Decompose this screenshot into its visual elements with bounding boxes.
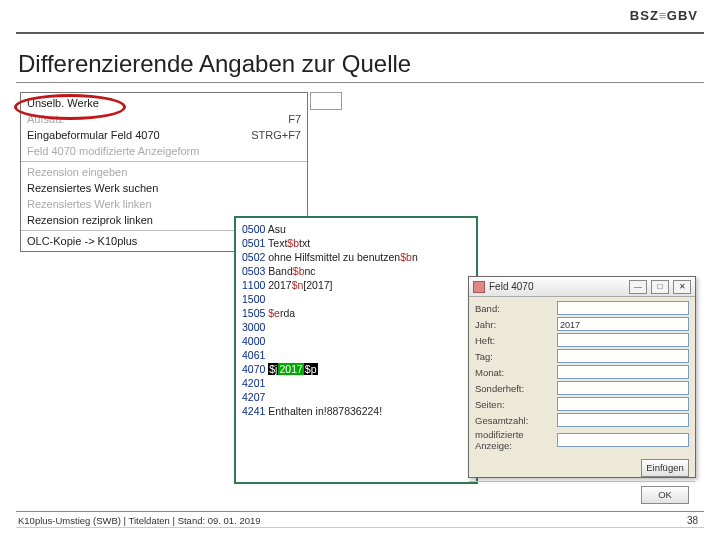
menu-item-shortcut: STRG+F7 — [241, 128, 301, 142]
menu-item-shortcut — [241, 197, 301, 211]
form-label: Heft: — [475, 335, 557, 346]
form-row: modifizierte Anzeige: — [475, 429, 689, 451]
form-label: Band: — [475, 303, 557, 314]
form-row: Heft: — [475, 333, 689, 347]
menu-item[interactable]: Rezensiertes Werk suchen — [21, 180, 307, 196]
field-number: 4207 — [242, 391, 265, 403]
form-input[interactable] — [557, 365, 689, 379]
record-line: 0501 Text$btxt — [242, 236, 470, 250]
form-label: Sonderheft: — [475, 383, 557, 394]
form-label: modifizierte Anzeige: — [475, 429, 557, 451]
record-line: 1100 2017$n[2017] — [242, 278, 470, 292]
logo-left: BSZ — [630, 8, 659, 23]
field-part: [2017] — [303, 279, 332, 291]
form-row: Jahr:2017 — [475, 317, 689, 331]
field-part: $e — [268, 307, 280, 319]
logo-sep: ≡ — [659, 8, 667, 23]
field-number: 1505 — [242, 307, 268, 319]
field-part: $j — [268, 363, 278, 375]
menu-item[interactable]: Feld 4070 modifizierte Anzeigeform — [21, 143, 307, 159]
form-row: Seiten: — [475, 397, 689, 411]
field-part: $b — [293, 265, 305, 277]
dialog-body: Band:Jahr:2017Heft:Tag:Monat:Sonderheft:… — [469, 297, 695, 455]
form-label: Jahr: — [475, 319, 557, 330]
field-part: Asu — [268, 223, 286, 235]
record-line: 0502 ohne Hilfsmittel zu benutzen$bn — [242, 250, 470, 264]
record-line: 4241 Enthalten in!887836224! — [242, 404, 470, 418]
form-input[interactable] — [557, 433, 689, 447]
record-panel: 0500 Asu0501 Text$btxt0502 ohne Hilfsmit… — [234, 216, 478, 484]
record-line: 3000 — [242, 320, 470, 334]
menu-item-shortcut — [241, 165, 301, 179]
field-number: 0500 — [242, 223, 268, 235]
form-input[interactable] — [557, 349, 689, 363]
form-label: Gesamtzahl: — [475, 415, 557, 426]
menu-item[interactable]: AufsatzF7 — [21, 111, 307, 127]
field-part: nc — [305, 265, 316, 277]
field-number: 1100 — [242, 279, 268, 291]
menu-item-shortcut — [241, 96, 301, 110]
menu-item-shortcut — [241, 181, 301, 195]
form-input[interactable] — [557, 301, 689, 315]
form-row: Monat: — [475, 365, 689, 379]
minimize-button[interactable]: — — [629, 280, 647, 294]
menu-group-1: Unselb. WerkeAufsatzF7Eingabeformular Fe… — [21, 93, 307, 162]
menu-item-label: Rezension reziprok linken — [27, 213, 241, 227]
menu-item-shortcut — [241, 144, 301, 158]
menu-item-label: Rezension eingeben — [27, 165, 241, 179]
record-line: 1505 $erda — [242, 306, 470, 320]
panel-stub — [310, 92, 342, 110]
field-part: n — [412, 251, 418, 263]
field-number: 3000 — [242, 321, 265, 333]
record-line: 4070 $j2017$p — [242, 362, 470, 376]
menu-item[interactable]: Eingabeformular Feld 4070STRG+F7 — [21, 127, 307, 143]
menu-item[interactable]: Unselb. Werke — [21, 95, 307, 111]
maximize-button[interactable]: □ — [651, 280, 669, 294]
field-number: 0501 — [242, 237, 268, 249]
menu-item-label: OLC-Kopie -> K10plus — [27, 234, 241, 248]
form-label: Seiten: — [475, 399, 557, 410]
dialog-titlebar: Feld 4070 — □ ✕ — [469, 277, 695, 297]
menu-item-label: Eingabeformular Feld 4070 — [27, 128, 241, 142]
field-part: $p — [304, 363, 318, 375]
field-number: 4070 — [242, 363, 268, 375]
page-title: Differenzierende Angaben zur Quelle — [18, 50, 411, 78]
logo-right: GBV — [667, 8, 698, 23]
form-input[interactable] — [557, 333, 689, 347]
record-line: 4000 — [242, 334, 470, 348]
menu-item-label: Rezensiertes Werk suchen — [27, 181, 241, 195]
field-part: Enthalten in!887836224! — [268, 405, 382, 417]
field-part: 2017 — [268, 279, 291, 291]
form-input[interactable] — [557, 397, 689, 411]
field-number: 1500 — [242, 293, 265, 305]
field-number: 4000 — [242, 335, 265, 347]
menu-item[interactable]: Rezension eingeben — [21, 164, 307, 180]
record-line: 0500 Asu — [242, 222, 470, 236]
insert-button[interactable]: Einfügen — [641, 459, 689, 477]
form-input[interactable] — [557, 413, 689, 427]
menu-item[interactable]: Rezensiertes Werk linken — [21, 196, 307, 212]
record-line: 1500 — [242, 292, 470, 306]
field-part: Band — [268, 265, 293, 277]
field-number: 4061 — [242, 349, 265, 361]
field-part: $n — [292, 279, 304, 291]
dialog-ok-row: OK — [469, 481, 695, 508]
logo: BSZ≡GBV — [630, 8, 698, 23]
close-button[interactable]: ✕ — [673, 280, 691, 294]
ok-button[interactable]: OK — [641, 486, 689, 504]
menu-item-label: Rezensiertes Werk linken — [27, 197, 241, 211]
footer-rule — [16, 511, 704, 512]
field-number: 0502 — [242, 251, 268, 263]
field-part: ohne Hilfsmittel zu benutzen — [268, 251, 400, 263]
form-row: Gesamtzahl: — [475, 413, 689, 427]
field-number: 4201 — [242, 377, 265, 389]
top-rule — [16, 32, 704, 34]
form-input[interactable]: 2017 — [557, 317, 689, 331]
menu-item-label: Unselb. Werke — [27, 96, 241, 110]
field-part: rda — [280, 307, 295, 319]
menu-item-label: Feld 4070 modifizierte Anzeigeform — [27, 144, 241, 158]
footer-rule-2 — [16, 527, 704, 528]
form-input[interactable] — [557, 381, 689, 395]
field-number: 0503 — [242, 265, 268, 277]
field-part: txt — [299, 237, 310, 249]
